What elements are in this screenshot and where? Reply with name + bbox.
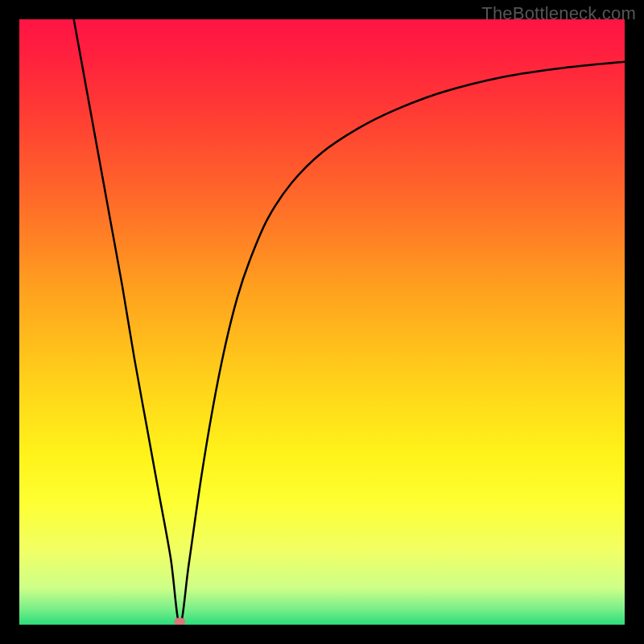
watermark-text: TheBottleneck.com bbox=[481, 3, 636, 24]
chart-svg bbox=[19, 19, 625, 625]
plot-area bbox=[19, 19, 625, 625]
gradient-background bbox=[19, 19, 625, 625]
chart-frame: TheBottleneck.com bbox=[0, 0, 644, 644]
